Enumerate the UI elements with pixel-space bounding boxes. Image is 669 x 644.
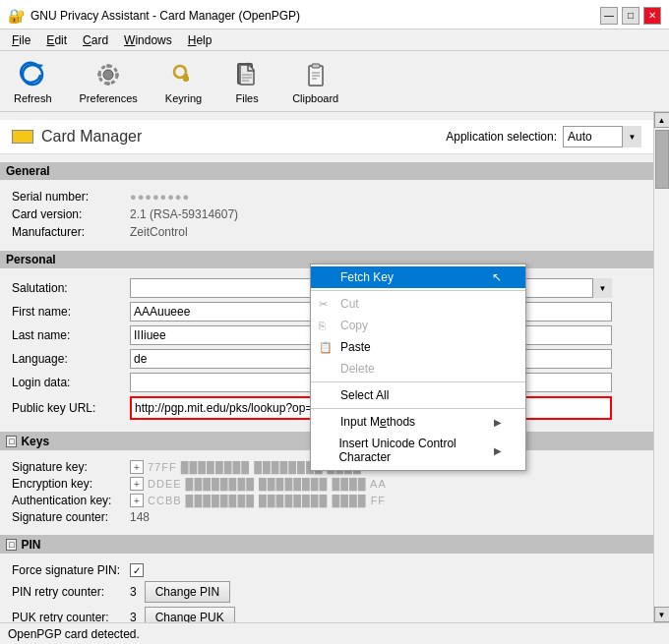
ctx-fetch-key-label: Fetch Key	[340, 270, 394, 284]
scroll-thumb[interactable]	[655, 130, 669, 189]
puk-retry-value: 3	[130, 611, 137, 622]
manufacturer-label: Manufacturer:	[12, 225, 130, 239]
keyring-icon	[167, 59, 199, 90]
encryption-key-expand[interactable]: +	[130, 477, 144, 491]
puk-retry-row: PUK retry counter: 3 Change PUK	[12, 607, 641, 622]
pin-retry-value: 3	[130, 585, 137, 599]
pin-collapse-icon[interactable]: □	[6, 539, 17, 551]
signature-key-label: Signature key:	[12, 460, 130, 474]
serial-number-row: Serial number: ●●●●●●●●	[12, 190, 641, 204]
ctx-paste[interactable]: 📋 Paste	[311, 336, 525, 358]
keyring-label: Keyring	[165, 92, 202, 104]
title-bar: 🔐 GNU Privacy Assistant - Card Manager (…	[0, 0, 669, 29]
ctx-separator-1	[311, 290, 525, 291]
toolbar-files[interactable]: Files	[223, 55, 271, 108]
scroll-up-button[interactable]: ▲	[654, 112, 670, 128]
preferences-icon	[92, 59, 124, 90]
scrollbar: ▲ ▼	[653, 112, 669, 622]
pin-section-header: □ PIN	[0, 535, 653, 554]
puk-retry-label: PUK retry counter:	[12, 611, 130, 622]
pin-retry-label: PIN retry counter:	[12, 585, 130, 599]
pin-section: Force signature PIN: ✓ PIN retry counter…	[12, 559, 641, 622]
keys-collapse-icon[interactable]: □	[6, 436, 17, 447]
scroll-down-button[interactable]: ▼	[654, 607, 670, 622]
language-label: Language:	[12, 352, 130, 366]
input-methods-submenu-arrow: ▶	[494, 417, 502, 428]
svg-rect-11	[183, 79, 189, 81]
public-key-url-label: Public key URL:	[12, 401, 130, 415]
signature-key-expand[interactable]: +	[130, 460, 144, 474]
context-menu: Fetch Key ↖ ✂ Cut ⎘ Copy 📋 Paste Delete …	[310, 263, 526, 471]
manufacturer-value: ZeitControl	[130, 225, 188, 239]
files-icon	[231, 59, 263, 90]
paste-icon: 📋	[319, 341, 334, 354]
toolbar-keyring[interactable]: Keyring	[159, 55, 208, 108]
general-section-header: General	[0, 162, 653, 180]
force-signature-label: Force signature PIN:	[12, 563, 130, 577]
ctx-cut: ✂ Cut	[311, 293, 525, 315]
svg-point-7	[115, 73, 119, 77]
ctx-fetch-key[interactable]: Fetch Key ↖	[311, 266, 525, 288]
app-header: Card Manager Application selection: Auto…	[0, 120, 653, 154]
ctx-input-methods-label: Input Methods	[340, 415, 415, 429]
ctx-select-all-label: Select All	[340, 388, 389, 402]
toolbar-clipboard[interactable]: Clipboard	[286, 55, 344, 108]
authentication-key-row: Authentication key: + CCBB ████████ ████…	[12, 494, 641, 507]
svg-point-2	[103, 70, 113, 80]
files-label: Files	[236, 92, 259, 104]
serial-number-label: Serial number:	[12, 190, 130, 204]
card-version-row: Card version: 2.1 (RSA-59314607)	[12, 207, 641, 221]
menu-card[interactable]: Card	[75, 31, 116, 49]
force-signature-checkbox[interactable]: ✓	[130, 563, 144, 577]
manufacturer-row: Manufacturer: ZeitControl	[12, 225, 641, 239]
ctx-insert-unicode[interactable]: Insert Unicode Control Character ▶	[311, 433, 525, 468]
toolbar-refresh[interactable]: Refresh	[8, 55, 58, 108]
authentication-key-expand[interactable]: +	[130, 494, 144, 507]
change-pin-button[interactable]: Change PIN	[145, 581, 230, 603]
app-icon: 🔐	[8, 8, 25, 24]
status-text: OpenPGP card detected.	[8, 627, 140, 641]
salutation-label: Salutation:	[12, 281, 130, 295]
status-bar: OpenPGP card detected.	[0, 622, 669, 644]
ctx-copy: ⎘ Copy	[311, 315, 525, 336]
menu-help[interactable]: Help	[180, 31, 220, 49]
insert-unicode-submenu-arrow: ▶	[494, 445, 502, 456]
lastname-label: Last name:	[12, 328, 130, 342]
page-title: Card Manager	[41, 128, 142, 146]
refresh-icon	[17, 59, 48, 90]
minimize-button[interactable]: —	[600, 7, 618, 25]
clipboard-label: Clipboard	[292, 92, 338, 104]
signature-counter-label: Signature counter:	[12, 510, 130, 524]
encryption-key-value: + DDEE ████████ ████████ ████ AA	[130, 477, 387, 491]
svg-point-4	[106, 64, 110, 68]
toolbar: Refresh Preferences Keyring	[0, 51, 669, 112]
menu-file[interactable]: File	[4, 31, 38, 49]
ctx-separator-3	[311, 408, 525, 409]
toolbar-preferences[interactable]: Preferences	[74, 55, 144, 108]
window-title: GNU Privacy Assistant - Card Manager (Op…	[30, 9, 300, 23]
firstname-label: First name:	[12, 305, 130, 319]
svg-rect-10	[183, 77, 189, 79]
serial-number-value: ●●●●●●●●	[130, 191, 190, 203]
force-signature-row: Force signature PIN: ✓	[12, 563, 641, 577]
signature-counter-row: Signature counter: 148	[12, 510, 641, 524]
app-selection-dropdown[interactable]: Auto	[563, 126, 641, 147]
cursor-indicator: ↖	[492, 270, 502, 284]
change-puk-button[interactable]: Change PUK	[145, 607, 235, 622]
encryption-key-row: Encryption key: + DDEE ████████ ████████…	[12, 477, 641, 491]
card-icon	[12, 130, 33, 144]
ctx-select-all[interactable]: Select All	[311, 384, 525, 406]
maximize-button[interactable]: □	[622, 7, 639, 25]
close-button[interactable]: ✕	[643, 7, 661, 25]
card-version-label: Card version:	[12, 207, 130, 221]
pin-retry-row: PIN retry counter: 3 Change PIN	[12, 581, 641, 603]
card-version-value: 2.1 (RSA-59314607)	[130, 207, 238, 221]
menu-edit[interactable]: Edit	[38, 31, 75, 49]
authentication-key-value: + CCBB ████████ ████████ ████ FF	[130, 494, 386, 507]
menu-windows[interactable]: Windows	[116, 31, 180, 49]
svg-point-6	[97, 73, 101, 77]
svg-rect-17	[312, 64, 320, 68]
encryption-key-label: Encryption key:	[12, 477, 130, 491]
ctx-input-methods[interactable]: Input Methods ▶	[311, 411, 525, 433]
logindata-label: Login data:	[12, 376, 130, 389]
